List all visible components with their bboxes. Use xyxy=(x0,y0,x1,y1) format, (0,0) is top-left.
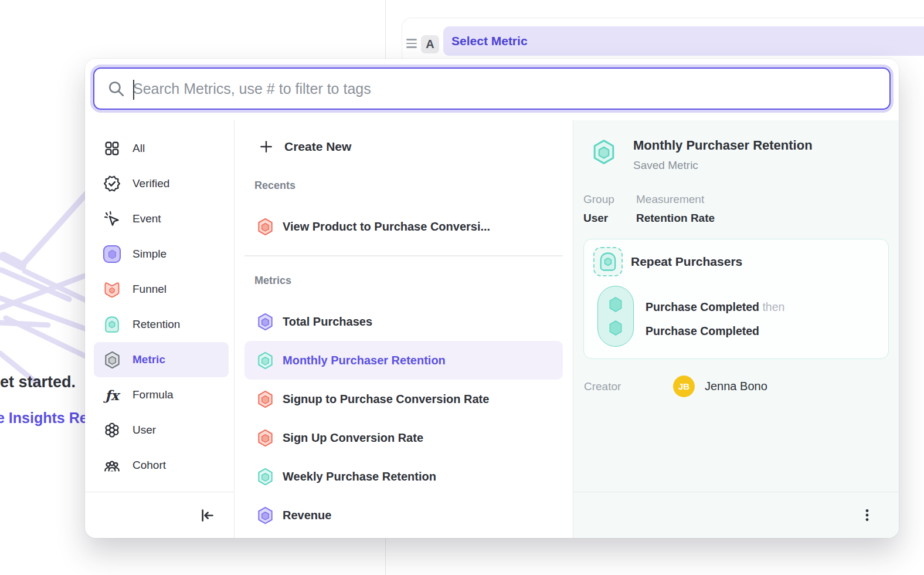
metric-picker-modal: All Verified xyxy=(85,59,899,538)
search-icon xyxy=(107,80,125,97)
formula-fx-icon: ƒx xyxy=(103,386,121,404)
metric-list-panel: Create New Recents View Product to Purch… xyxy=(235,120,573,538)
sidebar-item-label: Metric xyxy=(133,353,165,366)
sidebar-item-cohort[interactable]: Cohort xyxy=(94,448,229,483)
metric-label: Weekly Purchase Retention xyxy=(283,470,436,483)
event-sequence-capsule xyxy=(597,286,634,347)
creator-name: Jenna Bono xyxy=(705,380,767,393)
user-cluster-icon xyxy=(103,421,121,439)
recents-section-header: Recents xyxy=(244,177,563,194)
detail-title: Monthly Purchaser Retention xyxy=(633,138,813,153)
metric-label: Sign Up Conversion Rate xyxy=(283,431,423,445)
sidebar-item-metric[interactable]: Metric xyxy=(94,342,229,377)
sidebar-item-label: Formula xyxy=(133,388,174,401)
sidebar-item-verified[interactable]: Verified xyxy=(94,166,229,201)
sidebar-item-all[interactable]: All xyxy=(94,131,229,166)
background-text-fragment: et started. xyxy=(0,373,76,391)
funnel-metric-icon xyxy=(257,390,273,408)
group-label: Group xyxy=(583,193,636,206)
definition-connector: then xyxy=(762,300,784,313)
metric-row-revenue[interactable]: Revenue xyxy=(244,496,563,535)
simple-metric-icon xyxy=(257,506,273,525)
more-options-button[interactable] xyxy=(857,505,878,526)
recent-metric-label: View Product to Purchase Conversi... xyxy=(283,220,490,234)
kebab-menu-icon xyxy=(860,508,875,523)
retention-metric-icon xyxy=(257,351,273,370)
metric-detail-panel: Monthly Purchaser Retention Saved Metric… xyxy=(573,120,899,538)
collapse-sidebar-button[interactable] xyxy=(196,505,218,526)
sidebar-item-simple[interactable]: Simple xyxy=(94,236,229,272)
measurement-value: Retention Rate xyxy=(636,212,715,225)
funnel-icon xyxy=(103,280,121,298)
retention-definition-icon xyxy=(593,247,623,276)
sidebar-item-label: User xyxy=(133,424,156,437)
simple-hexagon-icon xyxy=(103,245,121,263)
retention-arch-icon xyxy=(103,316,121,333)
sidebar-item-label: Simple xyxy=(133,248,167,261)
sidebar-item-label: Cohort xyxy=(133,459,166,472)
measurement-label: Measurement xyxy=(636,193,715,206)
create-new-label: Create New xyxy=(284,140,351,154)
section-divider xyxy=(244,255,563,256)
metric-type-icon xyxy=(592,139,616,165)
sidebar-item-label: Event xyxy=(133,212,161,225)
funnel-metric-icon xyxy=(257,429,273,447)
sidebar-item-funnel[interactable]: Funnel xyxy=(94,272,229,307)
creator-label: Creator xyxy=(584,380,673,393)
background-link-fragment[interactable]: e Insights Re xyxy=(0,410,88,427)
search-input[interactable] xyxy=(133,80,889,97)
metric-row-sign-up-conversion-rate[interactable]: Sign Up Conversion Rate xyxy=(244,418,563,457)
sidebar-item-retention[interactable]: Retention xyxy=(94,307,229,342)
filter-sidebar: All Verified xyxy=(85,120,235,538)
sidebar-item-label: Verified xyxy=(133,177,169,190)
metric-label: Total Purchases xyxy=(283,315,372,329)
metric-row-monthly-purchaser-retention[interactable]: Monthly Purchaser Retention xyxy=(244,341,563,380)
grid-icon xyxy=(103,140,121,157)
sidebar-item-event[interactable]: Event xyxy=(94,201,229,236)
cursor-click-icon xyxy=(103,210,121,228)
plus-icon xyxy=(259,139,274,154)
metric-row-total-purchases[interactable]: Total Purchases xyxy=(244,302,563,341)
metric-label: Revenue xyxy=(283,509,331,522)
definition-title: Repeat Purchasers xyxy=(631,255,742,269)
metric-row-weekly-purchase-retention[interactable]: Weekly Purchase Retention xyxy=(244,457,563,496)
create-new-button[interactable]: Create New xyxy=(244,130,563,164)
sidebar-item-formula[interactable]: ƒx Formula xyxy=(94,377,229,412)
group-value: User xyxy=(583,212,636,225)
select-metric-pill[interactable]: Select Metric xyxy=(443,26,924,56)
definition-step2: Purchase Completed xyxy=(646,324,759,337)
metric-hexagon-icon xyxy=(103,351,121,368)
retention-metric-icon xyxy=(257,468,273,486)
metric-label: Monthly Purchaser Retention xyxy=(283,354,446,367)
definition-step1: Purchase Completed xyxy=(646,300,759,313)
creator-avatar: JB xyxy=(673,376,695,397)
detail-subtitle: Saved Metric xyxy=(633,159,813,172)
recent-metric-row[interactable]: View Product to Purchase Conversi... xyxy=(244,209,563,243)
sidebar-item-label: All xyxy=(133,142,145,155)
event-hexagon-icon xyxy=(609,296,623,313)
drag-handle-icon[interactable] xyxy=(406,39,417,48)
cohort-people-icon xyxy=(103,456,121,474)
funnel-metric-icon xyxy=(257,218,273,236)
metrics-section-header: Metrics xyxy=(244,272,563,289)
metric-label: Signup to Purchase Conversion Rate xyxy=(283,393,489,406)
text-caret xyxy=(133,80,134,100)
sidebar-item-label: Retention xyxy=(133,318,180,331)
search-box[interactable] xyxy=(93,67,891,110)
collapse-left-icon xyxy=(199,508,215,523)
series-a-badge: A xyxy=(421,35,439,53)
metric-definition-card: Repeat Purchasers Purchase Completed the… xyxy=(583,239,889,359)
verified-seal-icon xyxy=(103,175,121,192)
event-hexagon-icon xyxy=(609,320,623,336)
sidebar-item-user[interactable]: User xyxy=(94,412,229,448)
simple-metric-icon xyxy=(257,313,273,331)
sidebar-item-label: Funnel xyxy=(133,283,167,296)
metric-row-signup-to-purchase-conversion-rate[interactable]: Signup to Purchase Conversion Rate xyxy=(244,380,563,418)
